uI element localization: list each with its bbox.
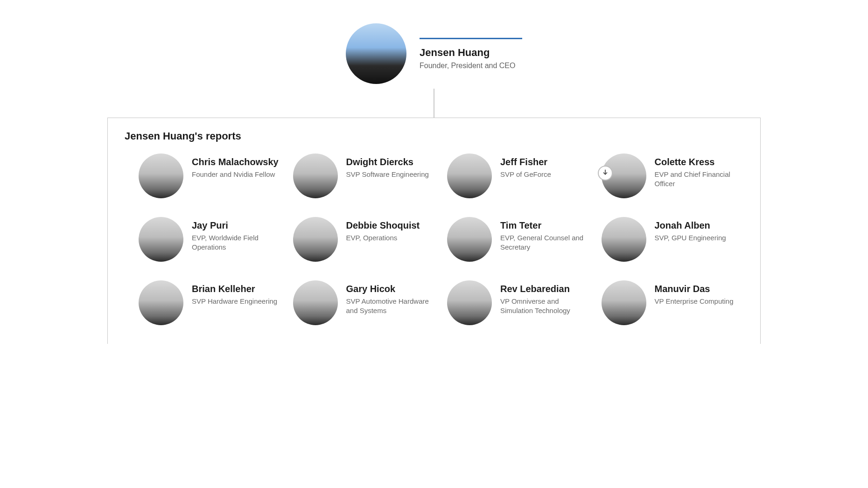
report-info: Debbie Shoquist EVP, Operations [346, 217, 420, 243]
avatar [447, 153, 492, 198]
avatar [447, 217, 492, 262]
report-info: Brian Kelleher SVP Hardware Engineering [192, 280, 277, 306]
reports-container: Jensen Huang's reports Chris Malachowsky… [107, 118, 761, 344]
avatar [293, 280, 338, 325]
report-name: Gary Hicok [346, 283, 435, 295]
reports-grid: Chris Malachowsky Founder and Nvidia Fel… [125, 153, 743, 325]
report-info: Manuvir Das VP Enterprise Computing [655, 280, 734, 306]
report-title: Founder and Nvidia Fellow [192, 170, 279, 179]
avatar [602, 280, 646, 325]
avatar [346, 23, 406, 84]
leader-title: Founder, President and CEO [420, 62, 522, 70]
avatar [139, 280, 183, 325]
avatar [602, 217, 646, 262]
report-info: Tim Teter EVP, General Counsel and Secre… [500, 217, 589, 252]
arrow-down-icon [602, 169, 609, 177]
report-info: Jeff Fisher SVP of GeForce [500, 153, 551, 179]
report-title: SVP, GPU Engineering [655, 233, 726, 243]
report-name: Jeff Fisher [500, 156, 551, 168]
report-info: Jonah Alben SVP, GPU Engineering [655, 217, 726, 243]
report-card[interactable]: Jeff Fisher SVP of GeForce [447, 153, 589, 198]
leader-name: Jensen Huang [420, 47, 522, 59]
report-info: Gary Hicok SVP Automotive Hardware and S… [346, 280, 435, 316]
expand-badge[interactable] [598, 166, 613, 181]
report-name: Manuvir Das [655, 283, 734, 295]
report-info: Rev Lebaredian VP Omniverse and Simulati… [500, 280, 589, 316]
avatar [447, 280, 492, 325]
report-card[interactable]: Gary Hicok SVP Automotive Hardware and S… [293, 280, 435, 325]
report-title: EVP, General Counsel and Secretary [500, 233, 589, 252]
report-title: SVP of GeForce [500, 170, 551, 179]
report-title: SVP Hardware Engineering [192, 297, 277, 306]
report-title: VP Enterprise Computing [655, 297, 734, 306]
report-card[interactable]: Tim Teter EVP, General Counsel and Secre… [447, 217, 589, 262]
report-card[interactable]: Debbie Shoquist EVP, Operations [293, 217, 435, 262]
report-name: Colette Kress [655, 156, 743, 168]
leader-info: Jensen Huang Founder, President and CEO [420, 38, 522, 70]
report-name: Jonah Alben [655, 220, 726, 231]
report-card[interactable]: Colette Kress EVP and Chief Financial Of… [602, 153, 744, 198]
avatar [139, 153, 183, 198]
report-info: Colette Kress EVP and Chief Financial Of… [655, 153, 743, 189]
report-title: EVP and Chief Financial Officer [655, 170, 743, 189]
leader-accent-rule [420, 38, 522, 39]
report-name: Rev Lebaredian [500, 283, 589, 295]
org-chart: Jensen Huang Founder, President and CEO … [14, 19, 854, 344]
org-connector [434, 89, 434, 118]
report-name: Chris Malachowsky [192, 156, 279, 168]
report-info: Jay Puri EVP, Worldwide Field Operations [192, 217, 280, 252]
report-name: Dwight Diercks [346, 156, 429, 168]
report-name: Brian Kelleher [192, 283, 277, 295]
report-title: SVP Software Engineering [346, 170, 429, 179]
report-card[interactable]: Jonah Alben SVP, GPU Engineering [602, 217, 744, 262]
avatar [293, 217, 338, 262]
report-title: EVP, Operations [346, 233, 420, 243]
report-info: Chris Malachowsky Founder and Nvidia Fel… [192, 153, 279, 179]
avatar [139, 217, 183, 262]
report-name: Debbie Shoquist [346, 220, 420, 231]
report-title: EVP, Worldwide Field Operations [192, 233, 280, 252]
report-card[interactable]: Jay Puri EVP, Worldwide Field Operations [139, 217, 281, 262]
report-card[interactable]: Chris Malachowsky Founder and Nvidia Fel… [139, 153, 281, 198]
report-name: Tim Teter [500, 220, 589, 231]
avatar [293, 153, 338, 198]
report-title: VP Omniverse and Simulation Technology [500, 297, 589, 316]
report-card[interactable]: Manuvir Das VP Enterprise Computing [602, 280, 744, 325]
report-title: SVP Automotive Hardware and Systems [346, 297, 435, 316]
leader-card[interactable]: Jensen Huang Founder, President and CEO [346, 23, 522, 84]
report-card[interactable]: Dwight Diercks SVP Software Engineering [293, 153, 435, 198]
report-info: Dwight Diercks SVP Software Engineering [346, 153, 429, 179]
report-card[interactable]: Brian Kelleher SVP Hardware Engineering [139, 280, 281, 325]
report-name: Jay Puri [192, 220, 280, 231]
report-card[interactable]: Rev Lebaredian VP Omniverse and Simulati… [447, 280, 589, 325]
reports-heading: Jensen Huang's reports [125, 130, 743, 142]
